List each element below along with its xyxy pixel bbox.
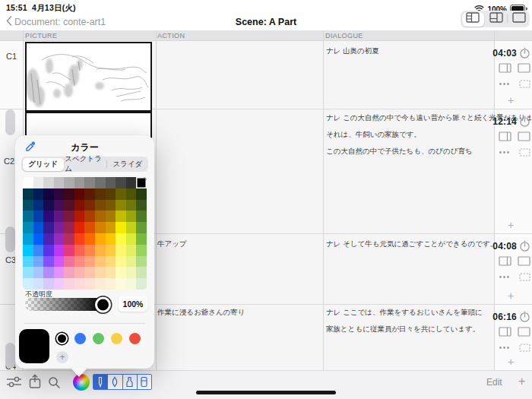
color-grid-cell[interactable] xyxy=(74,267,85,278)
color-grid-cell[interactable] xyxy=(126,267,137,278)
frame-dashed-icon[interactable] xyxy=(519,273,530,281)
color-grid-cell[interactable] xyxy=(23,211,33,222)
color-grid-cell[interactable] xyxy=(95,177,106,188)
color-grid-cell[interactable] xyxy=(33,222,44,233)
color-grid-cell[interactable] xyxy=(106,267,116,278)
frame-icon[interactable] xyxy=(518,327,530,337)
frame-dashed-icon[interactable] xyxy=(519,148,530,157)
dialogue-cell[interactable]: ナレ そして牛も元気に過ごすことができるのです。 xyxy=(326,240,497,248)
dialogue-cell[interactable]: ナレ 山奥の初夏 xyxy=(326,47,379,55)
color-grid-cell[interactable] xyxy=(95,278,106,290)
color-grid-cell[interactable] xyxy=(84,256,95,268)
color-grid-cell[interactable] xyxy=(126,177,137,188)
color-grid-cell[interactable] xyxy=(23,256,33,268)
duration-display[interactable]: 04:03 xyxy=(492,47,530,59)
frame-split-icon[interactable] xyxy=(499,131,511,141)
color-grid-cell[interactable] xyxy=(106,256,116,268)
color-grid-cell[interactable] xyxy=(54,233,65,245)
pen-tool[interactable] xyxy=(108,375,122,389)
color-grid-cell[interactable] xyxy=(43,222,54,233)
opacity-value[interactable]: 100% xyxy=(119,296,147,312)
color-grid-cell[interactable] xyxy=(64,267,74,278)
color-grid-cell[interactable] xyxy=(33,278,44,290)
color-grid-cell[interactable] xyxy=(84,245,95,256)
tab-grid[interactable]: グリッド xyxy=(23,158,64,171)
color-grid-cell[interactable] xyxy=(74,200,85,211)
layout-split-button[interactable] xyxy=(485,11,507,27)
color-grid-cell[interactable] xyxy=(116,233,126,245)
color-grid-cell[interactable] xyxy=(54,177,65,188)
color-grid-cell[interactable] xyxy=(116,200,126,211)
color-grid-cell[interactable] xyxy=(126,188,137,200)
dialogue-cell[interactable]: それは、牛飼いの家族です。 xyxy=(326,131,421,138)
frame-split-icon[interactable] xyxy=(499,63,511,73)
color-grid-cell[interactable] xyxy=(64,233,74,245)
opacity-knob[interactable] xyxy=(95,296,111,312)
color-grid-cell[interactable] xyxy=(64,188,74,200)
color-grid-cell[interactable] xyxy=(116,211,126,222)
drag-handle[interactable] xyxy=(5,226,15,252)
color-grid-cell[interactable] xyxy=(136,211,147,222)
duration-display[interactable]: 06:16 xyxy=(492,311,530,322)
color-grid-cell[interactable] xyxy=(126,278,137,290)
color-grid-cell[interactable] xyxy=(33,200,44,211)
color-grid-cell[interactable] xyxy=(84,278,95,290)
color-grid-cell[interactable] xyxy=(54,222,65,233)
pencil-tool[interactable] xyxy=(93,375,108,389)
add-color-button[interactable]: + xyxy=(56,351,68,363)
color-grid-cell[interactable] xyxy=(33,245,44,256)
frame-icon[interactable] xyxy=(518,256,530,266)
color-grid-cell[interactable] xyxy=(136,267,147,278)
edit-button[interactable]: Edit xyxy=(486,377,502,388)
color-grid-cell[interactable] xyxy=(43,267,54,278)
color-grid-cell[interactable] xyxy=(33,233,44,245)
more-ellipsis-icon[interactable] xyxy=(499,275,510,279)
opacity-slider[interactable] xyxy=(25,298,109,311)
dialogue-cell[interactable]: 家族とともに従業員が日々を共にしています。 xyxy=(326,325,480,333)
color-grid-cell[interactable] xyxy=(43,233,54,245)
tab-spectrum[interactable]: スペクトラム xyxy=(65,157,106,172)
color-grid-cell[interactable] xyxy=(74,245,85,256)
color-grid-cell[interactable] xyxy=(23,233,33,245)
color-grid-cell[interactable] xyxy=(106,200,116,211)
color-grid-cell[interactable] xyxy=(95,267,106,278)
color-grid-cell[interactable] xyxy=(106,211,116,222)
share-button[interactable] xyxy=(29,374,41,389)
color-grid-cell[interactable] xyxy=(74,256,85,268)
color-grid-cell[interactable] xyxy=(54,267,65,278)
color-grid-cell[interactable] xyxy=(33,256,44,268)
color-grid-cell[interactable] xyxy=(84,211,95,222)
color-grid-cell[interactable] xyxy=(95,211,106,222)
color-grid-cell[interactable] xyxy=(23,200,33,211)
more-ellipsis-icon[interactable] xyxy=(499,150,510,154)
color-grid-cell[interactable] xyxy=(136,200,147,211)
color-grid-cell[interactable] xyxy=(64,256,74,268)
color-grid-cell[interactable] xyxy=(136,233,147,245)
marker-tool[interactable] xyxy=(123,375,138,389)
color-grid-cell[interactable] xyxy=(74,188,85,200)
saved-color-swatch[interactable] xyxy=(111,333,122,344)
color-grid-cell[interactable] xyxy=(84,233,95,245)
color-grid-cell[interactable] xyxy=(136,177,147,188)
color-grid-cell[interactable] xyxy=(95,222,106,233)
color-grid-cell[interactable] xyxy=(54,188,65,200)
eraser-tool[interactable] xyxy=(138,375,151,389)
color-grid-cell[interactable] xyxy=(95,245,106,256)
frame-split-icon[interactable] xyxy=(499,327,511,337)
color-grid-cell[interactable] xyxy=(43,211,54,222)
frame-split-icon[interactable] xyxy=(499,256,511,266)
more-ellipsis-icon[interactable] xyxy=(499,82,510,86)
color-grid-cell[interactable] xyxy=(126,245,137,256)
color-grid-cell[interactable] xyxy=(74,211,85,222)
color-grid-cell[interactable] xyxy=(54,278,65,290)
color-grid-cell[interactable] xyxy=(136,278,147,290)
drag-handle[interactable] xyxy=(5,343,15,369)
drag-handle[interactable] xyxy=(5,109,15,135)
color-grid-cell[interactable] xyxy=(84,222,95,233)
color-grid-cell[interactable] xyxy=(116,267,126,278)
color-grid-cell[interactable] xyxy=(106,245,116,256)
color-grid-cell[interactable] xyxy=(64,177,74,188)
color-grid-cell[interactable] xyxy=(64,222,74,233)
color-grid-cell[interactable] xyxy=(136,188,147,200)
color-grid-cell[interactable] xyxy=(64,211,74,222)
